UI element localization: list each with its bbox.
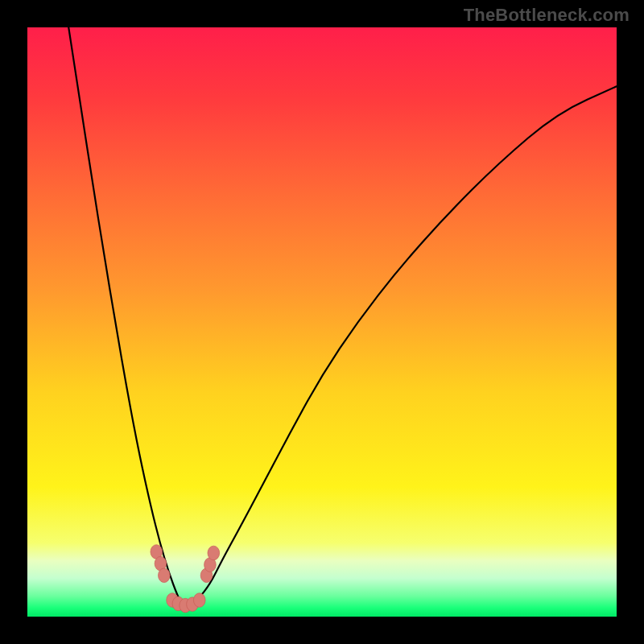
- plot-area: [27, 27, 617, 617]
- data-marker: [208, 546, 220, 560]
- watermark-text: TheBottleneck.com: [464, 5, 630, 26]
- curve-layer: [27, 27, 617, 617]
- chart-stage: TheBottleneck.com: [0, 0, 644, 644]
- data-marker: [193, 593, 205, 608]
- data-marker: [159, 568, 171, 583]
- bottleneck-curve: [68, 27, 617, 608]
- marker-layer: [151, 545, 220, 613]
